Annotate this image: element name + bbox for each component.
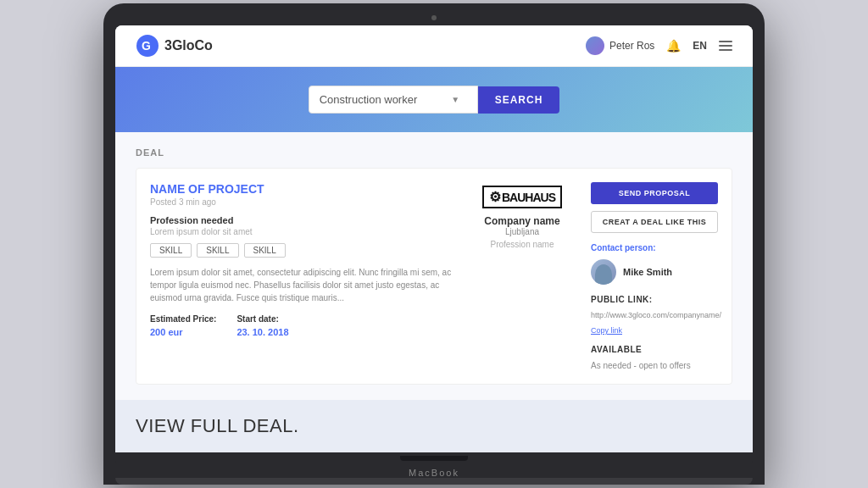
main-content: DEAL NAME OF PROJECT Posted 3 min ago Pr… [115, 132, 753, 400]
start-date: Start date: 23. 10. 2018 [236, 314, 288, 339]
estimated-price: Estimated Price: 200 eur [150, 314, 216, 339]
deal-title: NAME OF PROJECT [150, 182, 453, 196]
company-profession: Profession name [490, 240, 554, 249]
laptop-notch [400, 456, 468, 461]
laptop-stand [115, 478, 753, 485]
logo-icon: G [136, 34, 159, 58]
user-area[interactable]: Peter Ros [586, 36, 654, 55]
laptop-base [115, 452, 753, 464]
estimated-price-value: 200 eur [150, 327, 183, 337]
search-form: Construction worker ▼ SEARCH [309, 86, 560, 114]
deal-section-label: DEAL [136, 147, 732, 158]
skill-badge: SKILL [150, 243, 192, 258]
profession-desc: Lorem ipsum dolor sit amet [150, 227, 453, 236]
send-proposal-button[interactable]: SEND PROPOSAL [591, 182, 718, 204]
deal-meta: Estimated Price: 200 eur Start date: 23.… [150, 314, 453, 339]
screen: G 3GloCo Peter Ros 🔔 EN [115, 25, 753, 452]
contact-person: Mike Smith [591, 259, 718, 285]
nav-right: Peter Ros 🔔 EN [586, 36, 732, 55]
contact-label: Contact person: [591, 243, 718, 252]
svg-text:G: G [142, 39, 151, 53]
webcam [431, 15, 437, 20]
bell-icon[interactable]: 🔔 [666, 39, 681, 53]
search-button[interactable]: SEARCH [478, 86, 560, 114]
job-type-select[interactable]: Construction worker ▼ [309, 86, 478, 114]
hero-search-bar: Construction worker ▼ SEARCH [115, 67, 753, 132]
skills-list: SKILL SKILL SKILL [150, 243, 453, 258]
user-avatar [586, 36, 604, 55]
language-selector[interactable]: EN [693, 40, 707, 52]
skill-badge: SKILL [244, 243, 286, 258]
user-name: Peter Ros [609, 40, 654, 52]
deal-center: ⚙ BAUHAUS Company name Ljubljana Profess… [467, 182, 577, 370]
logo-text: 3GloCo [164, 38, 213, 53]
view-full-section[interactable]: VIEW FULL DEAL. [115, 400, 753, 452]
select-value: Construction worker [320, 93, 418, 106]
deal-body-text: Lorem ipsum dolor sit amet, consectetur … [150, 266, 453, 304]
bauhaus-text: BAUHAUS [502, 191, 555, 204]
start-date-label: Start date: [236, 314, 288, 324]
view-full-text: VIEW FULL DEAL. [136, 415, 732, 437]
chevron-down-icon: ▼ [451, 95, 459, 104]
profession-label: Profession needed [150, 215, 453, 225]
deal-card: NAME OF PROJECT Posted 3 min ago Profess… [136, 168, 732, 385]
avatar-silhouette [595, 264, 612, 285]
logo-area: G 3GloCo [136, 34, 213, 58]
navbar: G 3GloCo Peter Ros 🔔 EN [115, 25, 753, 67]
bauhaus-logo: ⚙ BAUHAUS [482, 186, 562, 208]
available-label: AVAILABLE [591, 345, 718, 354]
company-city: Ljubljana [505, 227, 539, 236]
bauhaus-icon: ⚙ [489, 189, 500, 205]
deal-left: NAME OF PROJECT Posted 3 min ago Profess… [150, 182, 453, 370]
contact-avatar [591, 259, 616, 285]
public-link-url: http://www.3gloco.com/companyname/ [591, 311, 718, 319]
menu-button[interactable] [719, 41, 732, 51]
estimated-price-label: Estimated Price: [150, 314, 216, 324]
start-date-value: 23. 10. 2018 [236, 327, 288, 337]
available-text: As needed - open to offers [591, 361, 718, 370]
company-name: Company name [484, 215, 559, 227]
public-link-label: PUBLIC LINK: [591, 295, 718, 304]
create-deal-button[interactable]: CREAT A DEAL LIKE THIS [591, 211, 718, 233]
macbook-label: MacBook [115, 464, 753, 478]
contact-name: Mike Smith [623, 267, 672, 277]
deal-posted: Posted 3 min ago [150, 197, 453, 207]
copy-link-button[interactable]: Copy link [591, 326, 718, 335]
skill-badge: SKILL [197, 243, 238, 258]
deal-right: SEND PROPOSAL CREAT A DEAL LIKE THIS Con… [591, 182, 718, 370]
